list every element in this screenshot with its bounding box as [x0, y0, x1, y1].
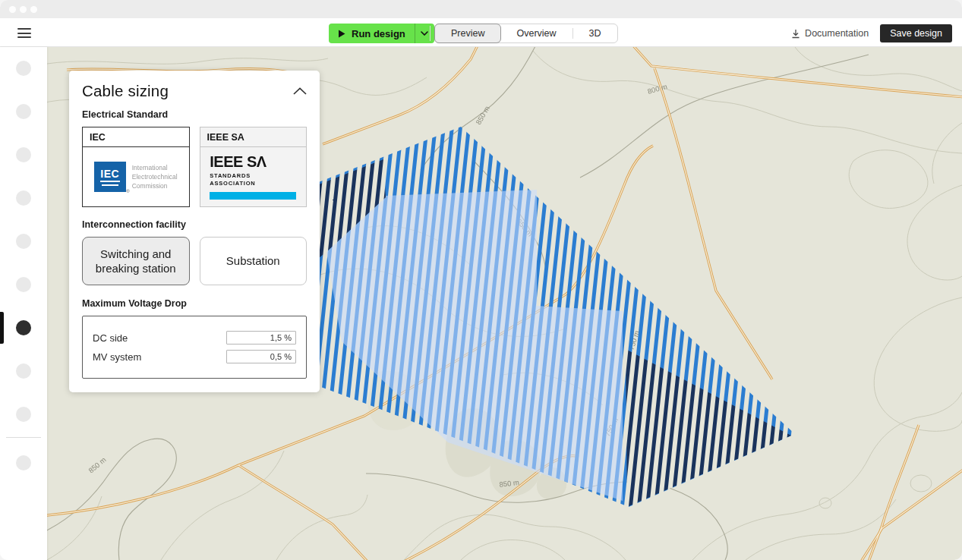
tab-overview[interactable]: Overview [500, 24, 572, 42]
toolbar-divider [430, 26, 431, 41]
electrical-standard-options: IEC IEC ® International Electrotechnical [82, 127, 307, 207]
steps-divider [6, 437, 41, 438]
step-dot-7-active[interactable] [16, 320, 31, 335]
step-dot-8[interactable] [16, 363, 31, 379]
toolbar-right: Documentation Save design [791, 24, 952, 43]
step-dot-1[interactable] [16, 61, 31, 76]
view-mode-tabs: Preview Overview 3D [434, 24, 618, 43]
ieee-cyan-bar [210, 192, 296, 200]
window-titlebar [0, 0, 962, 18]
save-design-button[interactable]: Save design [880, 24, 952, 42]
tab-3d[interactable]: 3D [573, 24, 617, 42]
facility-option-substation[interactable]: Substation [200, 237, 308, 285]
app-window: Run design Preview Overview 3D Documenta… [0, 0, 962, 560]
facility-option-switching-station[interactable]: Switching and breaking station [82, 237, 190, 285]
maximum-voltage-drop-label: Maximum Voltage Drop [82, 298, 307, 309]
collapse-panel-button[interactable] [293, 87, 307, 95]
electrical-standard-label: Electrical Standard [82, 109, 307, 120]
standard-option-ieee-sa[interactable]: IEEE SA IEEE SΛ STANDARDS ASSOCIATION [200, 127, 308, 207]
run-design-dropdown-button[interactable] [415, 24, 434, 43]
step-dot-2[interactable] [16, 104, 31, 119]
voltage-row-dc: DC side [93, 331, 296, 344]
standard-option-iec[interactable]: IEC IEC ® International Electrotechnical [82, 127, 190, 207]
cable-sizing-panel: Cable sizing Electrical Standard IEC IEC [69, 71, 320, 392]
dc-side-label: DC side [93, 332, 128, 344]
voltage-drop-box: DC side MV system [82, 316, 307, 379]
iec-option-label: IEC [83, 127, 189, 147]
step-dot-5[interactable] [16, 234, 31, 249]
window-control-dot[interactable] [30, 6, 37, 13]
window-control-dot[interactable] [20, 6, 27, 13]
tab-preview[interactable]: Preview [434, 24, 501, 43]
interconnection-facility-label: Interconnection facility [82, 219, 307, 230]
interconnection-options: Switching and breaking station Substatio… [82, 237, 307, 285]
play-icon [338, 30, 345, 38]
step-dot-10[interactable] [16, 455, 31, 470]
step-dot-3[interactable] [16, 147, 31, 162]
mv-system-input[interactable] [226, 350, 296, 363]
documentation-link[interactable]: Documentation [791, 28, 869, 39]
step-dot-9[interactable] [16, 407, 31, 422]
active-step-indicator [0, 312, 4, 344]
run-design-button[interactable]: Run design [329, 24, 415, 43]
menu-icon[interactable] [17, 28, 31, 38]
ieee-option-label: IEEE SA [200, 127, 307, 147]
mv-system-label: MV system [93, 351, 141, 363]
design-steps-sidebar [0, 47, 47, 560]
documentation-label: Documentation [805, 28, 869, 39]
run-design-label: Run design [352, 28, 405, 39]
chevron-up-icon [293, 87, 307, 95]
dc-side-input[interactable] [226, 331, 296, 344]
download-icon [791, 29, 800, 39]
panel-title: Cable sizing [82, 82, 169, 100]
voltage-row-mv: MV system [93, 350, 296, 363]
iec-logo: IEC ® [94, 162, 126, 192]
run-design-button-group: Run design [329, 24, 434, 43]
step-dot-6[interactable] [16, 277, 31, 292]
iec-logo-text: International Electrotechnical Commissio… [132, 163, 178, 191]
step-dot-4[interactable] [16, 190, 31, 206]
ieee-sa-logo: IEEE SΛ STANDARDS ASSOCIATION [210, 154, 296, 200]
window-control-dot[interactable] [9, 6, 16, 13]
chevron-down-icon [421, 31, 428, 36]
